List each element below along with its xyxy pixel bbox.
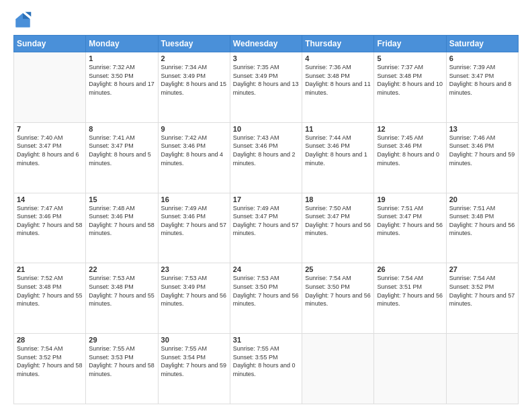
calendar-day-header: Wednesday — [230, 36, 302, 52]
calendar-day-header: Sunday — [14, 36, 86, 52]
day-detail: Sunrise: 7:39 AMSunset: 3:47 PMDaylight:… — [449, 63, 515, 97]
calendar-cell: 19Sunrise: 7:51 AMSunset: 3:47 PMDayligh… — [374, 193, 446, 263]
day-detail: Sunrise: 7:48 AMSunset: 3:46 PMDaylight:… — [89, 204, 154, 238]
calendar-cell: 24Sunrise: 7:53 AMSunset: 3:50 PMDayligh… — [230, 263, 302, 334]
calendar-week-row: 28Sunrise: 7:54 AMSunset: 3:52 PMDayligh… — [14, 334, 519, 404]
day-number: 2 — [161, 54, 227, 62]
day-number: 29 — [89, 336, 154, 344]
calendar-cell: 3Sunrise: 7:35 AMSunset: 3:49 PMDaylight… — [230, 52, 302, 123]
day-number: 28 — [17, 336, 83, 344]
calendar-cell — [374, 334, 446, 404]
calendar-cell: 15Sunrise: 7:48 AMSunset: 3:46 PMDayligh… — [86, 193, 158, 263]
calendar-header-row: SundayMondayTuesdayWednesdayThursdayFrid… — [14, 36, 519, 52]
day-detail: Sunrise: 7:40 AMSunset: 3:47 PMDaylight:… — [17, 134, 83, 167]
calendar-cell: 30Sunrise: 7:55 AMSunset: 3:54 PMDayligh… — [158, 334, 230, 404]
day-detail: Sunrise: 7:54 AMSunset: 3:51 PMDaylight:… — [377, 274, 443, 308]
calendar-day-header: Saturday — [446, 36, 518, 52]
day-number: 12 — [377, 125, 443, 133]
calendar-cell: 16Sunrise: 7:49 AMSunset: 3:46 PMDayligh… — [158, 193, 230, 263]
calendar-day-header: Tuesday — [158, 36, 230, 52]
day-number: 15 — [89, 195, 154, 203]
day-detail: Sunrise: 7:41 AMSunset: 3:47 PMDaylight:… — [89, 134, 154, 167]
calendar-cell: 11Sunrise: 7:44 AMSunset: 3:46 PMDayligh… — [302, 122, 374, 193]
day-number: 21 — [17, 265, 83, 273]
day-number: 6 — [449, 54, 515, 62]
calendar-cell: 27Sunrise: 7:54 AMSunset: 3:52 PMDayligh… — [446, 263, 518, 334]
day-number: 5 — [377, 54, 443, 62]
svg-rect-2 — [16, 19, 30, 27]
calendar-cell: 28Sunrise: 7:54 AMSunset: 3:52 PMDayligh… — [14, 334, 86, 404]
logo-icon — [13, 11, 32, 30]
day-number: 24 — [233, 265, 299, 273]
day-number: 31 — [233, 336, 299, 344]
day-number: 3 — [233, 54, 299, 62]
day-detail: Sunrise: 7:54 AMSunset: 3:52 PMDaylight:… — [17, 345, 83, 378]
day-detail: Sunrise: 7:35 AMSunset: 3:49 PMDaylight:… — [233, 63, 299, 97]
calendar-week-row: 14Sunrise: 7:47 AMSunset: 3:46 PMDayligh… — [14, 193, 519, 263]
calendar-cell: 14Sunrise: 7:47 AMSunset: 3:46 PMDayligh… — [14, 193, 86, 263]
day-number: 11 — [305, 125, 371, 133]
calendar-cell: 12Sunrise: 7:45 AMSunset: 3:46 PMDayligh… — [374, 122, 446, 193]
day-number: 30 — [161, 336, 227, 344]
day-number: 10 — [233, 125, 299, 133]
calendar-cell: 31Sunrise: 7:55 AMSunset: 3:55 PMDayligh… — [230, 334, 302, 404]
day-detail: Sunrise: 7:55 AMSunset: 3:53 PMDaylight:… — [89, 345, 154, 378]
day-detail: Sunrise: 7:49 AMSunset: 3:46 PMDaylight:… — [161, 204, 227, 238]
day-detail: Sunrise: 7:54 AMSunset: 3:52 PMDaylight:… — [449, 274, 515, 308]
calendar-cell: 10Sunrise: 7:43 AMSunset: 3:46 PMDayligh… — [230, 122, 302, 193]
calendar-cell: 13Sunrise: 7:46 AMSunset: 3:46 PMDayligh… — [446, 122, 518, 193]
day-number: 8 — [89, 125, 154, 133]
day-detail: Sunrise: 7:34 AMSunset: 3:49 PMDaylight:… — [161, 63, 227, 97]
header — [13, 11, 519, 30]
calendar-cell: 8Sunrise: 7:41 AMSunset: 3:47 PMDaylight… — [86, 122, 158, 193]
day-number: 9 — [161, 125, 227, 133]
day-number: 16 — [161, 195, 227, 203]
day-number: 20 — [449, 195, 515, 203]
calendar-week-row: 1Sunrise: 7:32 AMSunset: 3:50 PMDaylight… — [14, 52, 519, 123]
calendar-cell: 25Sunrise: 7:54 AMSunset: 3:50 PMDayligh… — [302, 263, 374, 334]
day-detail: Sunrise: 7:51 AMSunset: 3:48 PMDaylight:… — [449, 204, 515, 238]
day-number: 26 — [377, 265, 443, 273]
day-detail: Sunrise: 7:53 AMSunset: 3:50 PMDaylight:… — [233, 274, 299, 308]
day-detail: Sunrise: 7:53 AMSunset: 3:49 PMDaylight:… — [161, 274, 227, 308]
calendar-cell — [302, 334, 374, 404]
day-detail: Sunrise: 7:42 AMSunset: 3:46 PMDaylight:… — [161, 134, 227, 167]
calendar-cell: 5Sunrise: 7:37 AMSunset: 3:48 PMDaylight… — [374, 52, 446, 123]
calendar-cell: 20Sunrise: 7:51 AMSunset: 3:48 PMDayligh… — [446, 193, 518, 263]
calendar-cell: 9Sunrise: 7:42 AMSunset: 3:46 PMDaylight… — [158, 122, 230, 193]
calendar-cell: 23Sunrise: 7:53 AMSunset: 3:49 PMDayligh… — [158, 263, 230, 334]
day-detail: Sunrise: 7:43 AMSunset: 3:46 PMDaylight:… — [233, 134, 299, 167]
day-detail: Sunrise: 7:47 AMSunset: 3:46 PMDaylight:… — [17, 204, 83, 238]
logo — [13, 11, 35, 30]
day-detail: Sunrise: 7:55 AMSunset: 3:55 PMDaylight:… — [233, 345, 299, 378]
day-number: 27 — [449, 265, 515, 273]
day-number: 1 — [89, 54, 154, 62]
calendar-cell: 2Sunrise: 7:34 AMSunset: 3:49 PMDaylight… — [158, 52, 230, 123]
day-detail: Sunrise: 7:44 AMSunset: 3:46 PMDaylight:… — [305, 134, 371, 167]
day-detail: Sunrise: 7:55 AMSunset: 3:54 PMDaylight:… — [161, 345, 227, 378]
day-detail: Sunrise: 7:54 AMSunset: 3:50 PMDaylight:… — [305, 274, 371, 308]
day-number: 7 — [17, 125, 83, 133]
calendar-cell: 1Sunrise: 7:32 AMSunset: 3:50 PMDaylight… — [86, 52, 158, 123]
day-detail: Sunrise: 7:32 AMSunset: 3:50 PMDaylight:… — [89, 63, 154, 97]
day-number: 25 — [305, 265, 371, 273]
calendar-week-row: 21Sunrise: 7:52 AMSunset: 3:48 PMDayligh… — [14, 263, 519, 334]
day-number: 14 — [17, 195, 83, 203]
calendar-cell: 7Sunrise: 7:40 AMSunset: 3:47 PMDaylight… — [14, 122, 86, 193]
day-number: 4 — [305, 54, 371, 62]
calendar-cell: 21Sunrise: 7:52 AMSunset: 3:48 PMDayligh… — [14, 263, 86, 334]
calendar-day-header: Thursday — [302, 36, 374, 52]
calendar-cell: 4Sunrise: 7:36 AMSunset: 3:48 PMDaylight… — [302, 52, 374, 123]
calendar-cell: 6Sunrise: 7:39 AMSunset: 3:47 PMDaylight… — [446, 52, 518, 123]
day-number: 17 — [233, 195, 299, 203]
day-detail: Sunrise: 7:50 AMSunset: 3:47 PMDaylight:… — [305, 204, 371, 238]
day-detail: Sunrise: 7:37 AMSunset: 3:48 PMDaylight:… — [377, 63, 443, 97]
calendar-day-header: Monday — [86, 36, 158, 52]
page: SundayMondayTuesdayWednesdayThursdayFrid… — [0, 0, 532, 411]
calendar-cell: 17Sunrise: 7:49 AMSunset: 3:47 PMDayligh… — [230, 193, 302, 263]
day-detail: Sunrise: 7:46 AMSunset: 3:46 PMDaylight:… — [449, 134, 515, 167]
day-detail: Sunrise: 7:36 AMSunset: 3:48 PMDaylight:… — [305, 63, 371, 97]
calendar-table: SundayMondayTuesdayWednesdayThursdayFrid… — [13, 35, 519, 404]
day-number: 22 — [89, 265, 154, 273]
calendar-cell — [446, 334, 518, 404]
